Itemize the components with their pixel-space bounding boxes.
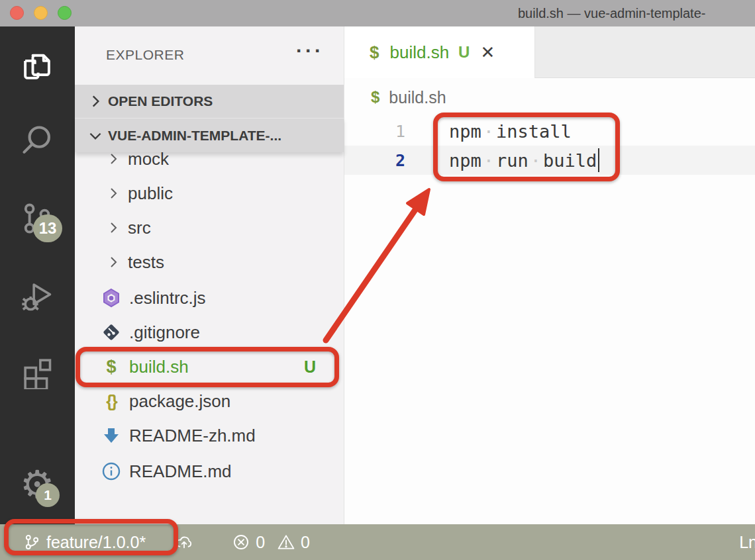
- chevron-right-icon: [105, 185, 121, 201]
- info-icon: [100, 460, 123, 483]
- tree-item-eslintrc[interactable]: .eslintrc.js: [75, 281, 344, 315]
- line-number: 2: [344, 151, 405, 170]
- minimize-window-button[interactable]: [34, 6, 48, 20]
- tree-item-src[interactable]: src: [75, 210, 344, 245]
- sync-changes-button[interactable]: [175, 533, 193, 551]
- git-status-badge: U: [304, 357, 316, 377]
- warning-icon: [277, 533, 295, 551]
- text-cursor: [598, 148, 599, 172]
- files-icon: [20, 49, 54, 83]
- tab-strip: $ build.sh U ✕: [344, 26, 755, 78]
- sidebar-item-run-debug[interactable]: [20, 279, 54, 314]
- git-branch-indicator[interactable]: feature/1.0.0*: [23, 533, 146, 552]
- settings-badge: 1: [36, 483, 60, 507]
- chevron-right-icon: [105, 220, 121, 236]
- section-open-editors[interactable]: OPEN EDITORS: [75, 85, 344, 118]
- source-control-badge: 13: [33, 214, 62, 242]
- cursor-position-indicator[interactable]: Ln: [739, 524, 755, 560]
- json-icon: {}: [100, 390, 123, 412]
- shell-icon: $: [371, 88, 379, 107]
- tree-item-gitignore[interactable]: .gitignore: [75, 315, 344, 350]
- chevron-down-icon: [87, 127, 104, 144]
- activity-bar: 13 ⚙ 1: [0, 26, 75, 524]
- sidebar-item-extensions[interactable]: [20, 355, 54, 389]
- tree-item-readme[interactable]: README.md: [75, 454, 344, 489]
- eslint-icon: [100, 287, 123, 309]
- sidebar-item-search[interactable]: [20, 123, 54, 158]
- vscode-window: build.sh — vue-admin-template-: [0, 0, 755, 560]
- chevron-right-icon: [105, 254, 121, 270]
- explorer-sidebar: EXPLORER ··· OPEN EDITORS VUE-ADMIN-TEMP…: [75, 26, 344, 524]
- markdown-down-icon: [100, 424, 123, 447]
- cloud-upload-icon: [175, 533, 193, 551]
- shell-icon: $: [100, 355, 123, 378]
- tree-item-package-json[interactable]: {} package.json: [75, 384, 344, 418]
- search-icon: [20, 123, 54, 158]
- tree-item-build-sh[interactable]: $ build.sh U: [75, 350, 344, 384]
- git-icon: [100, 321, 123, 344]
- run-debug-icon: [20, 279, 54, 314]
- sidebar-item-explorer[interactable]: [20, 49, 54, 83]
- tree-item-readme-zh[interactable]: README-zh.md: [75, 418, 344, 453]
- titlebar: build.sh — vue-admin-template-: [0, 0, 755, 26]
- sidebar-item-source-control[interactable]: 13: [20, 201, 54, 236]
- code-line: 1 npm·install: [344, 117, 755, 146]
- close-icon[interactable]: ✕: [480, 42, 495, 63]
- errors-indicator[interactable]: 0: [232, 533, 265, 552]
- section-project-root[interactable]: VUE-ADMIN-TEMPLATE-...: [75, 118, 344, 152]
- tree-item-public[interactable]: public: [75, 176, 344, 210]
- close-window-button[interactable]: [10, 6, 24, 20]
- error-icon: [232, 533, 250, 551]
- code-line: 2 npm·run·build: [344, 146, 755, 175]
- chevron-right-icon: [105, 151, 121, 167]
- branch-icon: [23, 533, 41, 551]
- warnings-indicator[interactable]: 0: [277, 533, 310, 552]
- zoom-window-button[interactable]: [58, 6, 72, 20]
- git-status-badge: U: [458, 43, 470, 62]
- window-title: build.sh — vue-admin-template-: [518, 0, 705, 26]
- breadcrumb[interactable]: $ build.sh: [344, 78, 755, 117]
- settings-button[interactable]: ⚙ 1: [20, 467, 54, 502]
- editor-area: $ build.sh U ✕ $ build.sh 1 npm·install …: [344, 26, 755, 524]
- tab-build-sh[interactable]: $ build.sh U ✕: [344, 26, 535, 78]
- chevron-right-icon: [87, 93, 104, 110]
- section-label: VUE-ADMIN-TEMPLATE-...: [108, 128, 281, 144]
- tree-item-tests[interactable]: tests: [75, 245, 344, 279]
- section-label: OPEN EDITORS: [108, 93, 213, 109]
- shell-icon: $: [370, 42, 379, 63]
- extensions-icon: [20, 355, 54, 389]
- line-number: 1: [344, 122, 405, 141]
- status-bar: feature/1.0.0* 0: [0, 524, 755, 560]
